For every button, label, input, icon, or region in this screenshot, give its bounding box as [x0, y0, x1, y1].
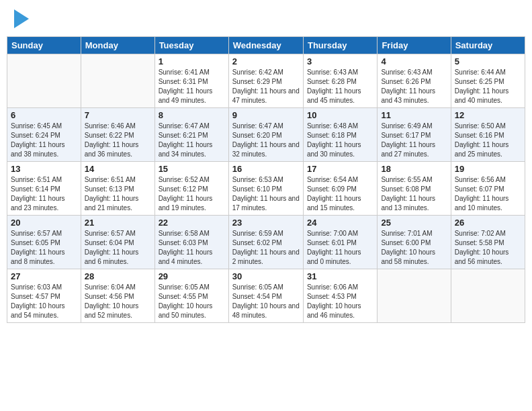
- day-info: Sunrise: 6:45 AMSunset: 6:24 PMDaylight:…: [11, 122, 77, 159]
- calendar-cell: 28Sunrise: 6:04 AMSunset: 4:56 PMDayligh…: [81, 269, 154, 323]
- calendar-cell: 24Sunrise: 7:00 AMSunset: 6:01 PMDayligh…: [303, 216, 377, 269]
- calendar-cell: 2Sunrise: 6:42 AMSunset: 6:29 PMDaylight…: [228, 54, 303, 108]
- day-info: Sunrise: 6:48 AMSunset: 6:18 PMDaylight:…: [307, 122, 373, 159]
- calendar-cell: 7Sunrise: 6:46 AMSunset: 6:22 PMDaylight…: [81, 108, 154, 162]
- day-info: Sunrise: 6:51 AMSunset: 6:13 PMDaylight:…: [85, 175, 151, 213]
- day-info: Sunrise: 6:03 AMSunset: 4:57 PMDaylight:…: [11, 283, 77, 320]
- day-number: 17: [307, 164, 373, 174]
- day-info: Sunrise: 6:04 AMSunset: 4:56 PMDaylight:…: [85, 283, 151, 320]
- calendar-cell: 14Sunrise: 6:51 AMSunset: 6:13 PMDayligh…: [81, 162, 154, 216]
- calendar-cell: 4Sunrise: 6:43 AMSunset: 6:26 PMDaylight…: [378, 54, 451, 108]
- day-info: Sunrise: 6:50 AMSunset: 6:16 PMDaylight:…: [455, 122, 521, 159]
- calendar-week-row: 6Sunrise: 6:45 AMSunset: 6:24 PMDaylight…: [7, 108, 525, 162]
- day-info: Sunrise: 6:54 AMSunset: 6:09 PMDaylight:…: [307, 175, 373, 213]
- day-number: 5: [455, 56, 521, 66]
- calendar-cell: [451, 269, 525, 323]
- day-number: 21: [85, 218, 151, 228]
- day-info: Sunrise: 6:44 AMSunset: 6:25 PMDaylight:…: [455, 68, 521, 105]
- day-info: Sunrise: 6:42 AMSunset: 6:29 PMDaylight:…: [232, 68, 300, 105]
- logo: [12, 9, 29, 28]
- day-number: 27: [11, 271, 77, 281]
- day-info: Sunrise: 6:05 AMSunset: 4:54 PMDaylight:…: [232, 283, 300, 320]
- day-number: 19: [455, 164, 521, 174]
- calendar-header-row: Sunday Monday Tuesday Wednesday Thursday…: [7, 37, 525, 54]
- day-number: 24: [307, 218, 373, 228]
- calendar-table: Sunday Monday Tuesday Wednesday Thursday…: [7, 36, 525, 323]
- day-number: 14: [85, 164, 151, 174]
- day-number: 6: [11, 110, 77, 120]
- calendar-cell: 26Sunrise: 7:02 AMSunset: 5:58 PMDayligh…: [451, 216, 525, 269]
- day-info: Sunrise: 7:01 AMSunset: 6:00 PMDaylight:…: [381, 229, 447, 267]
- day-number: 12: [455, 110, 521, 120]
- day-info: Sunrise: 6:47 AMSunset: 6:20 PMDaylight:…: [232, 122, 300, 159]
- day-info: Sunrise: 6:57 AMSunset: 6:05 PMDaylight:…: [11, 229, 77, 267]
- day-info: Sunrise: 6:49 AMSunset: 6:17 PMDaylight:…: [381, 122, 447, 159]
- calendar-cell: 6Sunrise: 6:45 AMSunset: 6:24 PMDaylight…: [7, 108, 81, 162]
- day-info: Sunrise: 6:51 AMSunset: 6:14 PMDaylight:…: [11, 175, 77, 213]
- day-number: 4: [381, 56, 447, 66]
- day-number: 26: [455, 218, 521, 228]
- day-info: Sunrise: 6:43 AMSunset: 6:26 PMDaylight:…: [381, 68, 447, 105]
- day-number: 23: [232, 218, 300, 228]
- day-number: 9: [232, 110, 300, 120]
- calendar-cell: 18Sunrise: 6:55 AMSunset: 6:08 PMDayligh…: [378, 162, 451, 216]
- day-number: 8: [159, 110, 225, 120]
- calendar-cell: 12Sunrise: 6:50 AMSunset: 6:16 PMDayligh…: [451, 108, 525, 162]
- calendar-cell: 31Sunrise: 6:06 AMSunset: 4:53 PMDayligh…: [303, 269, 377, 323]
- day-info: Sunrise: 6:47 AMSunset: 6:21 PMDaylight:…: [159, 122, 225, 159]
- day-number: 20: [11, 218, 77, 228]
- day-info: Sunrise: 6:55 AMSunset: 6:08 PMDaylight:…: [381, 175, 447, 213]
- day-number: 30: [232, 271, 300, 281]
- day-number: 28: [85, 271, 151, 281]
- day-info: Sunrise: 6:58 AMSunset: 6:03 PMDaylight:…: [159, 229, 225, 267]
- day-number: 7: [85, 110, 151, 120]
- calendar-cell: 11Sunrise: 6:49 AMSunset: 6:17 PMDayligh…: [378, 108, 451, 162]
- day-number: 13: [11, 164, 77, 174]
- day-info: Sunrise: 6:53 AMSunset: 6:10 PMDaylight:…: [232, 175, 300, 213]
- calendar-cell: 22Sunrise: 6:58 AMSunset: 6:03 PMDayligh…: [154, 216, 228, 269]
- day-number: 11: [381, 110, 447, 120]
- calendar-cell: 8Sunrise: 6:47 AMSunset: 6:21 PMDaylight…: [154, 108, 228, 162]
- calendar-cell: 1Sunrise: 6:41 AMSunset: 6:31 PMDaylight…: [154, 54, 228, 108]
- col-monday: Monday: [81, 37, 154, 54]
- day-info: Sunrise: 6:43 AMSunset: 6:28 PMDaylight:…: [307, 68, 373, 105]
- calendar-week-row: 1Sunrise: 6:41 AMSunset: 6:31 PMDaylight…: [7, 54, 525, 108]
- calendar-cell: 27Sunrise: 6:03 AMSunset: 4:57 PMDayligh…: [7, 269, 81, 323]
- calendar-cell: 20Sunrise: 6:57 AMSunset: 6:05 PMDayligh…: [7, 216, 81, 269]
- calendar-cell: 13Sunrise: 6:51 AMSunset: 6:14 PMDayligh…: [7, 162, 81, 216]
- col-saturday: Saturday: [451, 37, 525, 54]
- day-number: 15: [159, 164, 225, 174]
- day-info: Sunrise: 6:06 AMSunset: 4:53 PMDaylight:…: [307, 283, 373, 320]
- calendar-cell: 5Sunrise: 6:44 AMSunset: 6:25 PMDaylight…: [451, 54, 525, 108]
- calendar-cell: [378, 269, 451, 323]
- day-info: Sunrise: 6:57 AMSunset: 6:04 PMDaylight:…: [85, 229, 151, 267]
- calendar-week-row: 13Sunrise: 6:51 AMSunset: 6:14 PMDayligh…: [7, 162, 525, 216]
- day-number: 18: [381, 164, 447, 174]
- calendar-cell: 15Sunrise: 6:52 AMSunset: 6:12 PMDayligh…: [154, 162, 228, 216]
- day-info: Sunrise: 6:46 AMSunset: 6:22 PMDaylight:…: [85, 122, 151, 159]
- logo-arrow-icon: [14, 9, 29, 28]
- day-number: 1: [159, 56, 225, 66]
- day-number: 16: [232, 164, 300, 174]
- day-number: 3: [307, 56, 373, 66]
- day-info: Sunrise: 6:56 AMSunset: 6:07 PMDaylight:…: [455, 175, 521, 213]
- calendar-cell: 21Sunrise: 6:57 AMSunset: 6:04 PMDayligh…: [81, 216, 154, 269]
- col-thursday: Thursday: [303, 37, 377, 54]
- day-number: 22: [159, 218, 225, 228]
- col-tuesday: Tuesday: [154, 37, 228, 54]
- page-header: [7, 7, 525, 31]
- col-wednesday: Wednesday: [228, 37, 303, 54]
- day-info: Sunrise: 7:00 AMSunset: 6:01 PMDaylight:…: [307, 229, 373, 267]
- day-number: 29: [159, 271, 225, 281]
- calendar-cell: 17Sunrise: 6:54 AMSunset: 6:09 PMDayligh…: [303, 162, 377, 216]
- day-number: 31: [307, 271, 373, 281]
- calendar-week-row: 20Sunrise: 6:57 AMSunset: 6:05 PMDayligh…: [7, 216, 525, 269]
- col-friday: Friday: [378, 37, 451, 54]
- day-number: 25: [381, 218, 447, 228]
- day-info: Sunrise: 6:52 AMSunset: 6:12 PMDaylight:…: [159, 175, 225, 213]
- calendar-cell: 10Sunrise: 6:48 AMSunset: 6:18 PMDayligh…: [303, 108, 377, 162]
- calendar-cell: 25Sunrise: 7:01 AMSunset: 6:00 PMDayligh…: [378, 216, 451, 269]
- calendar-cell: 19Sunrise: 6:56 AMSunset: 6:07 PMDayligh…: [451, 162, 525, 216]
- day-info: Sunrise: 6:05 AMSunset: 4:55 PMDaylight:…: [159, 283, 225, 320]
- day-number: 2: [232, 56, 300, 66]
